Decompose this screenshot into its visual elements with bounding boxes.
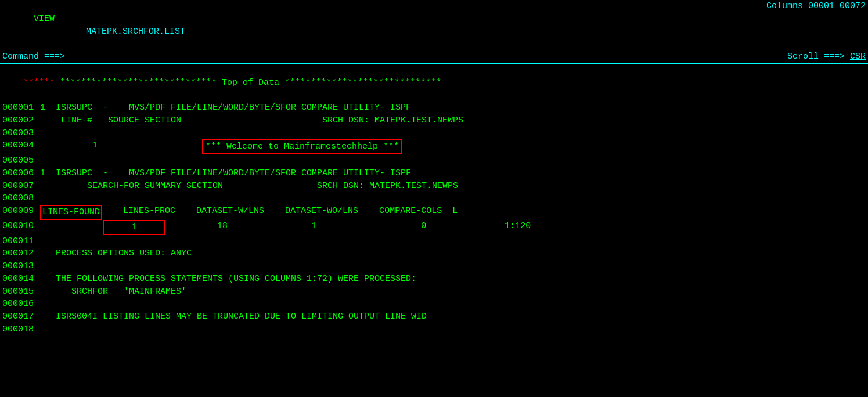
line-number: 000007 (2, 180, 35, 193)
top-of-data-line: ****** ****************************** To… (0, 64, 868, 102)
line-content (35, 235, 40, 248)
line-row: 000018 (0, 323, 868, 336)
line-content: SEARCH-FOR SUMMARY SECTION SRCH DSN: MAT… (35, 180, 458, 193)
line-row: 000008 (0, 192, 868, 205)
line-number: 000016 (2, 298, 35, 311)
header-bar: VIEW MATEPK.SRCHFOR.LIST Columns 00001 0… (0, 0, 868, 50)
line-number: 000018 (2, 323, 35, 336)
command-bar: Command ===> Scroll ===> CSR (0, 50, 868, 64)
line-row: 000001 1 ISRSUPC - MVS/PDF FILE/LINE/WOR… (0, 102, 868, 114)
line-number: 000010 (2, 220, 35, 235)
line-number: 000003 (2, 127, 35, 140)
line-number: 000017 (2, 311, 35, 323)
line-content: PROCESS OPTIONS USED: ANYC (35, 247, 192, 260)
line-row: 000004 1 *** Welcome to Mainframestechhe… (0, 139, 868, 154)
line-content-before (35, 220, 103, 235)
line-row: 000009 LINES-FOUND LINES-PROC DATASET-W/… (0, 205, 868, 220)
line-row: 000006 1 ISRSUPC - MVS/PDF FILE/LINE/WOR… (0, 167, 868, 180)
line-content: 1 ISRSUPC - MVS/PDF FILE/LINE/WORD/BYTE/… (35, 102, 411, 114)
line-content (35, 298, 40, 311)
line-row: 000016 (0, 298, 868, 311)
dataset-name: MATEPK.SRCHFOR.LIST (34, 27, 185, 37)
line-content-after: 18 1 0 1:120 (165, 220, 531, 235)
line-number: 000011 (2, 235, 35, 248)
line-number: 000005 (2, 154, 35, 167)
line-row: 000002 LINE-# SOURCE SECTION SRCH DSN: M… (0, 114, 868, 127)
line-content: THE FOLLOWING PROCESS STATEMENTS (USING … (35, 273, 416, 286)
line-content (35, 127, 40, 140)
welcome-box: *** Welcome to Mainframestechhelp *** (202, 139, 402, 154)
line-row: 000011 (0, 235, 868, 248)
stars-content: ****************************** Top of Da… (60, 78, 441, 88)
line-content: 1 ISRSUPC - MVS/PDF FILE/LINE/WORD/BYTE/… (35, 167, 411, 180)
line-number: 000013 (2, 260, 35, 273)
line-content-before (35, 205, 40, 220)
command-label: Command ===> (2, 50, 65, 63)
line-row: 000003 (0, 127, 868, 140)
line-row: 000012 PROCESS OPTIONS USED: ANYC (0, 247, 868, 260)
line-row: 000013 (0, 260, 868, 273)
line-content-before: 1 (35, 139, 202, 154)
stars-prefix: ****** (23, 78, 60, 88)
line-content (35, 260, 40, 273)
line-number: 000002 (2, 114, 35, 127)
line-content (35, 154, 40, 167)
scroll-value: CSR (850, 52, 866, 62)
line-row: 000017 ISRS004I LISTING LINES MAY BE TRU… (0, 311, 868, 323)
line-content: SRCHFOR 'MAINFRAMES' (35, 286, 186, 298)
line-row: 000014 THE FOLLOWING PROCESS STATEMENTS … (0, 273, 868, 286)
scroll-label: Scroll ===> CSR (787, 50, 866, 63)
line-content: ISRS004I LISTING LINES MAY BE TRUNCATED … (35, 311, 427, 323)
line-number: 000006 (2, 167, 35, 180)
terminal-screen: VIEW MATEPK.SRCHFOR.LIST Columns 00001 0… (0, 0, 868, 397)
line-row: 000015 SRCHFOR 'MAINFRAMES' (0, 286, 868, 298)
line-number: 000009 (2, 205, 35, 220)
line-row: 000007 SEARCH-FOR SUMMARY SECTION SRCH D… (0, 180, 868, 193)
columns-info: Columns 00001 00072 (766, 0, 866, 50)
line-row: 000010 1 18 1 0 1:120 (0, 220, 868, 235)
line-number: 000008 (2, 192, 35, 205)
line-content (35, 192, 40, 205)
line-content (35, 323, 40, 336)
line-row: 000005 (0, 154, 868, 167)
line-number: 000012 (2, 247, 35, 260)
line-content: LINE-# SOURCE SECTION SRCH DSN: MATEPK.T… (35, 114, 463, 127)
view-label: VIEW (34, 14, 55, 24)
header-left: VIEW MATEPK.SRCHFOR.LIST (2, 0, 185, 50)
line-number: 000015 (2, 286, 35, 298)
line-content-after: LINES-PROC DATASET-W/LNS DATASET-WO/LNS … (102, 205, 458, 220)
lines-found-box: LINES-FOUND (40, 205, 102, 220)
line-number: 000004 (2, 139, 35, 154)
line-number: 000001 (2, 102, 35, 114)
line-number: 000014 (2, 273, 35, 286)
lines-found-value-box: 1 (103, 220, 165, 235)
